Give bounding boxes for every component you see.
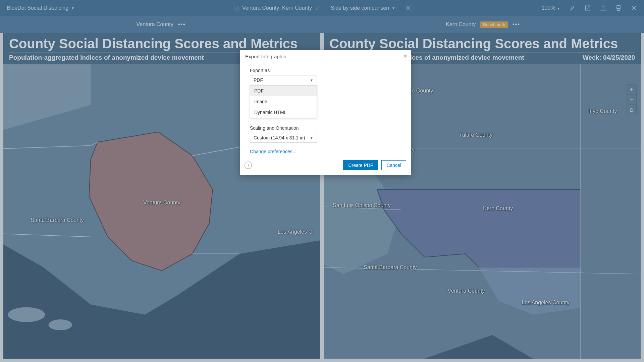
gear-icon[interactable] xyxy=(405,5,411,11)
svg-rect-5 xyxy=(617,9,620,11)
svg-point-10 xyxy=(48,319,72,330)
info-icon[interactable]: i xyxy=(245,162,252,169)
modal-title-bar: Export Infographic ✕ xyxy=(240,50,411,63)
svg-point-1 xyxy=(407,7,409,9)
chevron-down-icon: ▼ xyxy=(71,6,74,10)
area-label: Ventura County; Kern County xyxy=(242,5,312,11)
zoom-controls: + − xyxy=(627,84,637,115)
export-format-select[interactable]: PDF ▼ PDF Image Dynamic HTML xyxy=(250,75,317,85)
close-icon[interactable]: ✕ xyxy=(403,53,408,59)
scaling-label: Scaling and Orientation xyxy=(250,125,401,131)
close-icon[interactable] xyxy=(631,5,637,11)
share-icon[interactable] xyxy=(584,5,591,11)
svg-point-9 xyxy=(8,307,45,322)
app-name: BlueDot Social Distancing xyxy=(7,5,68,11)
svg-rect-0 xyxy=(234,6,237,9)
left-county-header: Ventura County ••• xyxy=(0,16,322,33)
more-icon[interactable]: ••• xyxy=(513,21,520,27)
app-switcher[interactable]: BlueDot Social Distancing ▼ xyxy=(7,5,74,11)
pencil-icon[interactable] xyxy=(315,5,321,11)
county-name: Kern County xyxy=(446,21,476,27)
top-bar: BlueDot Social Distancing ▼ Ventura Coun… xyxy=(0,0,644,16)
svg-rect-3 xyxy=(617,6,620,7)
compare-label: Side by side comparison xyxy=(331,5,389,11)
export-modal: Export Infographic ✕ Export as PDF ▼ PDF… xyxy=(240,50,411,175)
chevron-down-icon: ▼ xyxy=(310,78,313,82)
option-image[interactable]: Image xyxy=(250,96,317,107)
option-pdf[interactable]: PDF xyxy=(250,85,317,96)
chevron-down-icon: ▼ xyxy=(392,6,395,10)
create-pdf-button[interactable]: Create PDF xyxy=(343,160,378,170)
compare-subheader: Ventura County ••• Kern County Benchmark… xyxy=(0,16,644,33)
export-format-dropdown: PDF Image Dynamic HTML xyxy=(250,85,317,118)
print-icon[interactable] xyxy=(615,5,622,11)
benchmark-badge: Benchmark xyxy=(480,21,508,28)
export-icon[interactable] xyxy=(600,5,606,11)
chevron-down-icon: ▼ xyxy=(557,7,560,10)
week-label: Week: 04/25/2020 xyxy=(583,54,635,61)
county-name: Ventura County xyxy=(136,21,173,27)
zoom-label: 100% xyxy=(542,5,555,11)
export-as-label: Export as xyxy=(250,68,401,73)
scaling-select[interactable]: Custom (14.94 x 31.1 in) ▼ xyxy=(250,133,317,143)
chevron-down-icon: ▼ xyxy=(310,136,313,140)
more-icon[interactable]: ••• xyxy=(178,21,186,27)
compare-mode[interactable]: Side by side comparison ▼ xyxy=(331,5,395,11)
map-pin-icon xyxy=(233,5,239,11)
select-value: PDF xyxy=(254,77,263,83)
pane-subtitle: Population-aggregated indices of anonymi… xyxy=(9,54,204,61)
change-preferences-link[interactable]: Change preferences... xyxy=(250,149,297,154)
option-dynamic-html[interactable]: Dynamic HTML xyxy=(250,107,317,118)
cancel-button[interactable]: Cancel xyxy=(381,160,406,170)
zoom-in-button[interactable]: + xyxy=(627,85,636,95)
select-value: Custom (14.94 x 31.1 in) xyxy=(254,135,305,140)
pencil-icon[interactable] xyxy=(569,5,576,11)
zoom-level[interactable]: 100% ▼ xyxy=(542,5,560,11)
area-selector[interactable]: Ventura County; Kern County xyxy=(233,5,321,11)
right-county-header: Kern County Benchmark ••• xyxy=(322,16,644,33)
zoom-out-button[interactable]: − xyxy=(627,95,636,105)
modal-title: Export Infographic xyxy=(245,54,286,59)
home-extent-button[interactable] xyxy=(627,105,636,115)
